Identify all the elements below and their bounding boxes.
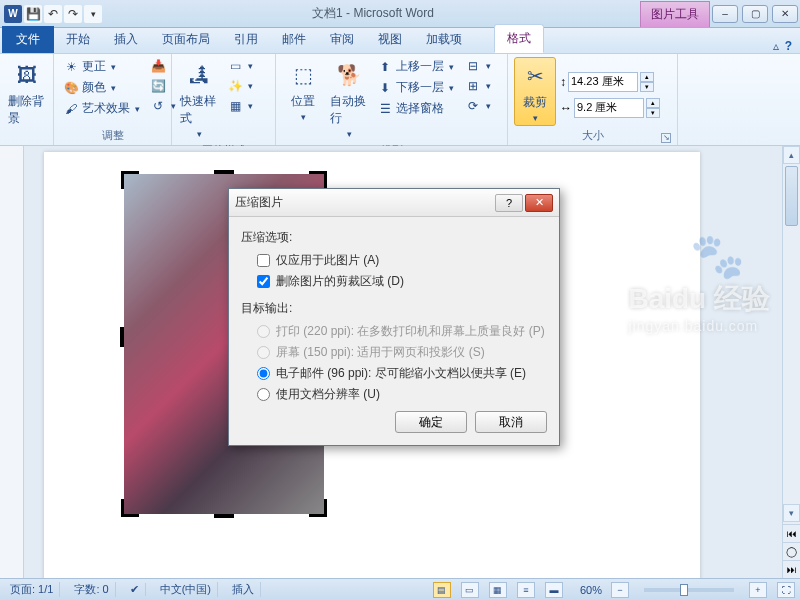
artistic-icon: 🖌: [63, 101, 79, 117]
position-button[interactable]: ⬚位置▾: [282, 57, 324, 124]
zoom-slider-knob[interactable]: [680, 584, 688, 596]
dialog-close-button[interactable]: ✕: [525, 194, 553, 212]
crop-handle-tr[interactable]: [309, 171, 327, 189]
vertical-ruler[interactable]: [0, 146, 24, 578]
tab-format[interactable]: 格式: [494, 24, 544, 53]
delete-cropped-checkbox-row[interactable]: 删除图片的剪裁区域 (D): [241, 271, 547, 292]
width-field[interactable]: [574, 98, 644, 118]
tab-file[interactable]: 文件: [2, 26, 54, 53]
dialog-titlebar[interactable]: 压缩图片 ? ✕: [229, 189, 559, 217]
color-icon: 🎨: [63, 80, 79, 96]
minimize-ribbon-icon[interactable]: ▵: [773, 39, 779, 53]
screen-radio-label: 屏幕 (150 ppi): 适用于网页和投影仪 (S): [276, 344, 485, 361]
crop-handle-bl[interactable]: [121, 499, 139, 517]
zoom-level[interactable]: 60%: [580, 584, 602, 596]
maximize-button[interactable]: ▢: [742, 5, 768, 23]
remove-background-button[interactable]: 🖼 删除背景: [6, 57, 47, 129]
effects-icon: ✨: [227, 78, 243, 94]
prev-page-icon[interactable]: ⏮: [783, 524, 800, 542]
outline-view-icon[interactable]: ≡: [517, 582, 535, 598]
dialog-help-button[interactable]: ?: [495, 194, 523, 212]
crop-handle-top[interactable]: [214, 170, 234, 174]
word-count[interactable]: 字数: 0: [68, 582, 115, 597]
crop-handle-left[interactable]: [120, 327, 124, 347]
email-radio[interactable]: [257, 367, 270, 380]
align-button[interactable]: ⊟: [462, 57, 494, 75]
minimize-button[interactable]: –: [712, 5, 738, 23]
width-down[interactable]: ▾: [646, 108, 660, 118]
tab-page-layout[interactable]: 页面布局: [150, 26, 222, 53]
crop-handle-bottom[interactable]: [214, 514, 234, 518]
size-launcher[interactable]: ↘: [661, 133, 671, 143]
apply-only-checkbox-row[interactable]: 仅应用于此图片 (A): [241, 250, 547, 271]
undo-icon[interactable]: ↶: [44, 5, 62, 23]
height-down[interactable]: ▾: [640, 82, 654, 92]
scroll-down-icon[interactable]: ▾: [783, 504, 800, 522]
group-button[interactable]: ⊞: [462, 77, 494, 95]
brightness-icon: ☀: [63, 59, 79, 75]
picture-layout-button[interactable]: ▦: [224, 97, 256, 115]
docres-radio-row[interactable]: 使用文档分辨率 (U): [241, 384, 547, 405]
tab-references[interactable]: 引用: [222, 26, 270, 53]
target-output-label: 目标输出:: [241, 300, 547, 317]
scroll-up-icon[interactable]: ▴: [783, 146, 800, 164]
scroll-thumb[interactable]: [785, 166, 798, 226]
picture-border-button[interactable]: ▭: [224, 57, 256, 75]
height-up[interactable]: ▴: [640, 72, 654, 82]
crop-icon: ✂: [519, 60, 551, 92]
tab-mailings[interactable]: 邮件: [270, 26, 318, 53]
selection-pane-icon: ☰: [377, 101, 393, 117]
width-up[interactable]: ▴: [646, 98, 660, 108]
docres-radio[interactable]: [257, 388, 270, 401]
apply-only-checkbox[interactable]: [257, 254, 270, 267]
browse-object-icon[interactable]: ◯: [783, 542, 800, 560]
email-radio-row[interactable]: 电子邮件 (96 ppi): 尽可能缩小文档以便共享 (E): [241, 363, 547, 384]
redo-icon[interactable]: ↷: [64, 5, 82, 23]
color-button[interactable]: 🎨颜色: [60, 78, 143, 97]
zoom-in-button[interactable]: +: [749, 582, 767, 598]
artistic-effects-button[interactable]: 🖌艺术效果: [60, 99, 143, 118]
fullscreen-toggle-icon[interactable]: ⛶: [777, 582, 795, 598]
tab-home[interactable]: 开始: [54, 26, 102, 53]
insert-mode[interactable]: 插入: [226, 582, 261, 597]
height-field[interactable]: [568, 72, 638, 92]
tab-addins[interactable]: 加载项: [414, 26, 474, 53]
crop-handle-br[interactable]: [309, 499, 327, 517]
print-radio-row: 打印 (220 ppi): 在多数打印机和屏幕上质量良好 (P): [241, 321, 547, 342]
print-layout-view-icon[interactable]: ▤: [433, 582, 451, 598]
compress-icon: 📥: [150, 58, 166, 74]
cancel-button[interactable]: 取消: [475, 411, 547, 433]
quick-styles-button[interactable]: 🏞 快速样式 ▾: [178, 57, 220, 141]
bring-forward-button[interactable]: ⬆上移一层: [374, 57, 458, 76]
vertical-scrollbar[interactable]: ▴ ⏮ ◯ ⏭ ▾: [782, 146, 800, 578]
zoom-slider[interactable]: [644, 588, 734, 592]
next-page-icon[interactable]: ⏭: [783, 560, 800, 578]
full-screen-view-icon[interactable]: ▭: [461, 582, 479, 598]
delete-cropped-checkbox[interactable]: [257, 275, 270, 288]
corrections-button[interactable]: ☀更正: [60, 57, 143, 76]
crop-button[interactable]: ✂裁剪▾: [514, 57, 556, 126]
tab-insert[interactable]: 插入: [102, 26, 150, 53]
quick-access-toolbar: W 💾 ↶ ↷ ▾: [0, 5, 106, 23]
border-icon: ▭: [227, 58, 243, 74]
ok-button[interactable]: 确定: [395, 411, 467, 433]
tab-view[interactable]: 视图: [366, 26, 414, 53]
page-number[interactable]: 页面: 1/1: [4, 582, 60, 597]
language[interactable]: 中文(中国): [154, 582, 218, 597]
proofing-icon[interactable]: ✔: [124, 583, 146, 596]
qat-customize-icon[interactable]: ▾: [84, 5, 102, 23]
web-layout-view-icon[interactable]: ▦: [489, 582, 507, 598]
close-button[interactable]: ✕: [772, 5, 798, 23]
crop-handle-tl[interactable]: [121, 171, 139, 189]
wrap-text-button[interactable]: 🐕自动换行▾: [328, 57, 370, 141]
zoom-out-button[interactable]: −: [611, 582, 629, 598]
rotate-button[interactable]: ⟳: [462, 97, 494, 115]
save-icon[interactable]: 💾: [24, 5, 42, 23]
ribbon-tabs: 文件 开始 插入 页面布局 引用 邮件 审阅 视图 加载项 格式 ▵ ?: [0, 28, 800, 54]
send-backward-button[interactable]: ⬇下移一层: [374, 78, 458, 97]
selection-pane-button[interactable]: ☰选择窗格: [374, 99, 458, 118]
tab-review[interactable]: 审阅: [318, 26, 366, 53]
help-icon[interactable]: ?: [785, 39, 792, 53]
picture-effects-button[interactable]: ✨: [224, 77, 256, 95]
draft-view-icon[interactable]: ▬: [545, 582, 563, 598]
